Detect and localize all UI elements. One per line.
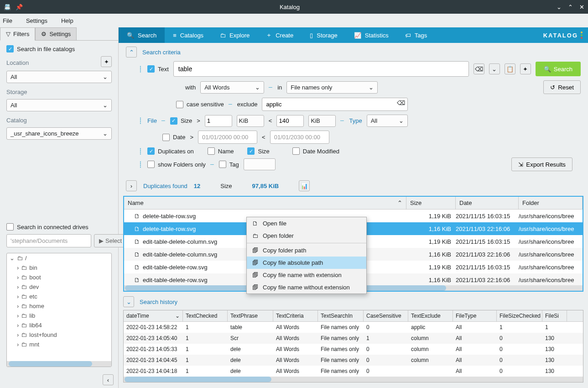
maximize-icon[interactable]: ⌃ <box>568 4 573 10</box>
tree-item[interactable]: ›🗀home <box>7 301 111 311</box>
export-results-button[interactable]: ⇲Export Results <box>511 157 572 171</box>
dup-name-checkbox[interactable]: Name <box>208 147 234 155</box>
ctx-copy-name-noext[interactable]: 🗐Copy file name without extension <box>247 281 366 294</box>
expand-results-icon[interactable]: › <box>126 180 137 191</box>
in-select[interactable]: File names only⌄ <box>286 81 378 94</box>
pin-icon[interactable]: 📌 <box>16 4 23 10</box>
location-select[interactable]: All⌄ <box>6 71 112 83</box>
clear-exclude-icon[interactable]: ⌫ <box>397 100 405 106</box>
tree-item[interactable]: ›🗀mnt <box>7 340 111 349</box>
minimize-icon[interactable]: ⌄ <box>557 4 562 10</box>
tag-select[interactable] <box>244 158 276 170</box>
history-column[interactable]: TextPhrase <box>228 310 273 321</box>
date-checkbox[interactable]: Date <box>162 134 185 141</box>
chevron-down-icon: ⌄ <box>103 130 108 137</box>
clear-text-icon[interactable]: ⌫ <box>474 63 484 74</box>
collapse-history-icon[interactable]: ⌄ <box>123 296 134 307</box>
history-row[interactable]: 2022-01-23 14:04:181deleAll WordsFile na… <box>124 366 583 377</box>
collapse-left-icon[interactable]: ‹ <box>103 374 114 385</box>
size-max-unit-select[interactable]: KiB <box>308 115 336 127</box>
size-max-input[interactable] <box>276 115 304 127</box>
history-header-label: Search history <box>140 299 177 305</box>
size-min-input[interactable] <box>205 115 232 127</box>
history-column[interactable]: FileType <box>453 310 497 321</box>
history-row[interactable]: 2022-01-23 14:05:331deleAll WordsFile na… <box>124 344 583 355</box>
context-menu: 🗋Open file 🗀Open folder 🗐Copy folder pat… <box>246 217 367 294</box>
nav-tags[interactable]: 🏷Tags <box>397 27 435 43</box>
history-row[interactable]: 2022-01-23 14:05:401ScrAll WordsFile nam… <box>124 333 583 344</box>
history-column[interactable]: TextExclude <box>408 310 453 321</box>
column-size[interactable]: Size <box>406 197 456 209</box>
nav-catalogs[interactable]: ≡Catalogs <box>165 27 212 43</box>
history-column[interactable]: TextCriteria <box>273 310 318 321</box>
paste-icon[interactable]: 📋 <box>505 63 515 74</box>
chevron-right-icon: › <box>17 293 19 300</box>
menu-settings[interactable]: Settings <box>26 17 47 24</box>
dup-date-checkbox[interactable]: Date Modified <box>292 147 339 155</box>
chevron-right-icon: › <box>17 341 19 348</box>
with-select[interactable]: All Words⌄ <box>200 81 264 94</box>
size-checkbox[interactable]: Size <box>170 117 192 125</box>
ctx-copy-absolute-path[interactable]: 🗐Copy file absolute path <box>247 257 366 269</box>
history-column[interactable]: TextSearchIn <box>318 310 364 321</box>
history-column[interactable]: FileSizeChecked <box>497 310 542 321</box>
history-column[interactable]: dateTime ⌄ <box>124 310 183 321</box>
nav-explore[interactable]: 🗀Explore <box>212 27 258 43</box>
size-min-unit-select[interactable]: KiB <box>237 115 264 127</box>
menu-help[interactable]: Help <box>61 17 73 24</box>
ctx-copy-name-ext[interactable]: 🗐Copy file name with extension <box>247 269 366 281</box>
tree-item[interactable]: ›🗀lib <box>7 311 111 320</box>
history-row[interactable]: 2022-01-23 14:04:451deleAll WordsFile na… <box>124 355 583 366</box>
close-icon[interactable]: ✕ <box>579 4 584 10</box>
tab-settings[interactable]: ⚙Settings <box>35 27 77 40</box>
nav-statistics[interactable]: 📈Statistics <box>346 27 397 43</box>
exclude-input[interactable] <box>262 98 408 111</box>
clear-location-icon[interactable]: ✦ <box>101 56 112 67</box>
history-column[interactable]: FileSi <box>542 310 567 321</box>
folder-icon: 🗀 <box>252 232 258 239</box>
search-icon: 🔍 <box>127 32 134 39</box>
column-name[interactable]: Name⌃ <box>124 197 406 209</box>
dropdown-history-icon[interactable]: ⌄ <box>489 63 500 74</box>
nav-search[interactable]: 🔍Search <box>119 27 165 43</box>
ctx-open-folder[interactable]: 🗀Open folder <box>247 230 366 242</box>
tree-item[interactable]: ›🗀dev <box>7 282 111 292</box>
case-sensitive-checkbox[interactable]: case sensitive <box>176 101 224 108</box>
type-select[interactable]: All⌄ <box>367 115 408 127</box>
history-column[interactable]: TextChecked <box>183 310 228 321</box>
column-folder[interactable]: Folder <box>519 197 583 209</box>
clear-icon[interactable]: ✦ <box>520 63 531 74</box>
tree-item[interactable]: ›🗀bin <box>7 263 111 273</box>
chart-icon[interactable]: 📊 <box>299 180 310 191</box>
tree-item[interactable]: ›🗀boot <box>7 273 111 282</box>
tree-item[interactable]: ›🗀lib64 <box>7 320 111 330</box>
duplicates-checkbox[interactable]: Duplicates on <box>147 147 194 155</box>
dup-size-checkbox[interactable]: Size <box>247 147 269 155</box>
text-checkbox[interactable]: Text <box>147 65 169 73</box>
collapse-criteria-icon[interactable]: ⌃ <box>126 47 137 58</box>
folders-only-checkbox[interactable]: show Folders only <box>147 161 206 168</box>
catalog-select[interactable]: _usr_share_icons_breeze⌄ <box>6 127 112 140</box>
file-icon: 🗋 <box>134 251 140 258</box>
connected-drives-checkbox[interactable]: Search in connected drives <box>6 223 112 231</box>
tree-item[interactable]: ›🗀lost+found <box>7 330 111 340</box>
nav-storage[interactable]: ▯Storage <box>302 27 346 43</box>
storage-select[interactable]: All⌄ <box>6 99 112 111</box>
history-column[interactable]: CaseSensitive <box>364 310 408 321</box>
file-icon: 🗋 <box>134 277 140 283</box>
directory-tree[interactable]: ⌄🗀/ ›🗀bin›🗀boot›🗀dev›🗀etc›🗀home›🗀lib›🗀li… <box>6 253 112 367</box>
column-date[interactable]: Date <box>456 197 519 209</box>
ctx-copy-folder-path[interactable]: 🗐Copy folder path <box>247 244 366 257</box>
menu-file[interactable]: File <box>3 17 12 24</box>
history-row[interactable]: 2022-01-23 14:58:221tableAll WordsFile n… <box>124 322 583 333</box>
nav-create[interactable]: ＋Create <box>258 27 302 43</box>
search-in-catalogs-checkbox[interactable]: Search in file catalogs <box>6 45 112 52</box>
reset-button[interactable]: ↺Reset <box>543 80 581 94</box>
tag-checkbox[interactable]: Tag <box>219 161 239 168</box>
tree-item[interactable]: ›🗀etc <box>7 292 111 301</box>
search-text-input[interactable] <box>173 61 469 77</box>
ctx-open-file[interactable]: 🗋Open file <box>247 217 366 230</box>
tab-filters[interactable]: ▽Filters <box>0 27 35 41</box>
chevron-right-icon: › <box>17 322 19 329</box>
search-button[interactable]: 🔍Search <box>536 62 581 76</box>
